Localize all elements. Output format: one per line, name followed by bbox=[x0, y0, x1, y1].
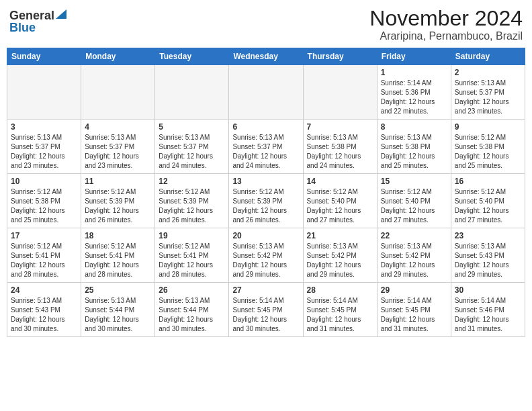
day-number: 30 bbox=[455, 285, 521, 295]
logo: General Blue bbox=[9, 7, 66, 34]
day-info: Sunrise: 5:13 AMSunset: 5:37 PMDaylight:… bbox=[455, 79, 521, 116]
weekday-header: Wednesday bbox=[229, 48, 303, 65]
day-info: Sunrise: 5:14 AMSunset: 5:45 PMDaylight:… bbox=[381, 296, 447, 334]
calendar-cell: 7Sunrise: 5:13 AMSunset: 5:38 PMDaylight… bbox=[303, 120, 377, 174]
day-number: 20 bbox=[232, 231, 299, 240]
day-info: Sunrise: 5:13 AMSunset: 5:37 PMDaylight:… bbox=[232, 133, 299, 171]
weekday-header: Monday bbox=[81, 48, 155, 65]
day-number: 11 bbox=[85, 177, 151, 186]
calendar-cell: 13Sunrise: 5:12 AMSunset: 5:39 PMDayligh… bbox=[229, 174, 303, 228]
calendar-cell: 11Sunrise: 5:12 AMSunset: 5:39 PMDayligh… bbox=[81, 174, 155, 228]
day-number: 5 bbox=[159, 122, 225, 132]
svg-marker-0 bbox=[56, 9, 66, 19]
day-info: Sunrise: 5:13 AMSunset: 5:44 PMDaylight:… bbox=[159, 296, 225, 334]
calendar-cell bbox=[229, 65, 303, 120]
day-info: Sunrise: 5:12 AMSunset: 5:38 PMDaylight:… bbox=[11, 187, 77, 225]
day-number: 24 bbox=[11, 285, 77, 295]
day-number: 29 bbox=[381, 285, 447, 295]
day-info: Sunrise: 5:13 AMSunset: 5:42 PMDaylight:… bbox=[307, 242, 373, 279]
day-info: Sunrise: 5:14 AMSunset: 5:46 PMDaylight:… bbox=[455, 296, 521, 334]
day-info: Sunrise: 5:14 AMSunset: 5:45 PMDaylight:… bbox=[307, 296, 373, 334]
day-info: Sunrise: 5:12 AMSunset: 5:41 PMDaylight:… bbox=[159, 242, 225, 279]
calendar-cell bbox=[303, 65, 377, 120]
day-info: Sunrise: 5:12 AMSunset: 5:40 PMDaylight:… bbox=[381, 187, 447, 225]
day-info: Sunrise: 5:13 AMSunset: 5:42 PMDaylight:… bbox=[232, 242, 299, 279]
day-number: 19 bbox=[159, 231, 225, 240]
weekday-header: Tuesday bbox=[155, 48, 229, 65]
calendar-cell: 26Sunrise: 5:13 AMSunset: 5:44 PMDayligh… bbox=[155, 283, 229, 337]
day-number: 10 bbox=[11, 177, 77, 186]
weekday-header: Sunday bbox=[7, 48, 81, 65]
calendar-cell: 25Sunrise: 5:13 AMSunset: 5:44 PMDayligh… bbox=[81, 283, 155, 337]
calendar-cell: 10Sunrise: 5:12 AMSunset: 5:38 PMDayligh… bbox=[7, 174, 81, 228]
day-info: Sunrise: 5:12 AMSunset: 5:38 PMDaylight:… bbox=[455, 133, 521, 171]
calendar-cell: 4Sunrise: 5:13 AMSunset: 5:37 PMDaylight… bbox=[81, 120, 155, 174]
logo-blue-text: Blue bbox=[9, 21, 36, 34]
day-info: Sunrise: 5:13 AMSunset: 5:44 PMDaylight:… bbox=[85, 296, 151, 334]
calendar-cell: 18Sunrise: 5:12 AMSunset: 5:41 PMDayligh… bbox=[81, 228, 155, 283]
calendar-cell: 5Sunrise: 5:13 AMSunset: 5:37 PMDaylight… bbox=[155, 120, 229, 174]
day-info: Sunrise: 5:13 AMSunset: 5:42 PMDaylight:… bbox=[381, 242, 447, 279]
day-number: 15 bbox=[381, 177, 447, 186]
calendar-cell: 29Sunrise: 5:14 AMSunset: 5:45 PMDayligh… bbox=[377, 283, 451, 337]
day-info: Sunrise: 5:12 AMSunset: 5:41 PMDaylight:… bbox=[11, 242, 77, 279]
day-number: 16 bbox=[455, 177, 521, 186]
calendar-cell: 24Sunrise: 5:13 AMSunset: 5:43 PMDayligh… bbox=[7, 283, 81, 337]
calendar-week-row: 17Sunrise: 5:12 AMSunset: 5:41 PMDayligh… bbox=[7, 228, 525, 283]
day-number: 13 bbox=[232, 177, 299, 186]
day-info: Sunrise: 5:12 AMSunset: 5:39 PMDaylight:… bbox=[85, 187, 151, 225]
day-number: 26 bbox=[159, 285, 225, 295]
day-info: Sunrise: 5:13 AMSunset: 5:43 PMDaylight:… bbox=[11, 296, 77, 334]
calendar-cell: 2Sunrise: 5:13 AMSunset: 5:37 PMDaylight… bbox=[451, 65, 525, 120]
day-number: 28 bbox=[307, 285, 373, 295]
day-info: Sunrise: 5:12 AMSunset: 5:41 PMDaylight:… bbox=[85, 242, 151, 279]
calendar-cell: 23Sunrise: 5:13 AMSunset: 5:43 PMDayligh… bbox=[451, 228, 525, 283]
calendar-cell bbox=[7, 65, 81, 120]
day-info: Sunrise: 5:14 AMSunset: 5:36 PMDaylight:… bbox=[381, 79, 447, 116]
day-number: 12 bbox=[159, 177, 225, 186]
day-info: Sunrise: 5:13 AMSunset: 5:37 PMDaylight:… bbox=[159, 133, 225, 171]
day-info: Sunrise: 5:12 AMSunset: 5:39 PMDaylight:… bbox=[159, 187, 225, 225]
day-info: Sunrise: 5:13 AMSunset: 5:43 PMDaylight:… bbox=[455, 242, 521, 279]
calendar-cell bbox=[81, 65, 155, 120]
weekday-header: Thursday bbox=[303, 48, 377, 65]
day-number: 21 bbox=[307, 231, 373, 240]
calendar-week-row: 1Sunrise: 5:14 AMSunset: 5:36 PMDaylight… bbox=[7, 65, 525, 120]
calendar-week-row: 3Sunrise: 5:13 AMSunset: 5:37 PMDaylight… bbox=[7, 120, 525, 174]
day-number: 9 bbox=[455, 122, 521, 132]
calendar-cell: 19Sunrise: 5:12 AMSunset: 5:41 PMDayligh… bbox=[155, 228, 229, 283]
calendar-cell: 9Sunrise: 5:12 AMSunset: 5:38 PMDaylight… bbox=[451, 120, 525, 174]
day-number: 1 bbox=[381, 68, 447, 77]
calendar-cell: 8Sunrise: 5:13 AMSunset: 5:38 PMDaylight… bbox=[377, 120, 451, 174]
calendar-cell: 3Sunrise: 5:13 AMSunset: 5:37 PMDaylight… bbox=[7, 120, 81, 174]
calendar-cell: 14Sunrise: 5:12 AMSunset: 5:40 PMDayligh… bbox=[303, 174, 377, 228]
weekday-header: Saturday bbox=[451, 48, 525, 65]
day-number: 14 bbox=[307, 177, 373, 186]
calendar-table: SundayMondayTuesdayWednesdayThursdayFrid… bbox=[7, 48, 525, 337]
calendar-cell bbox=[155, 65, 229, 120]
calendar-week-row: 24Sunrise: 5:13 AMSunset: 5:43 PMDayligh… bbox=[7, 283, 525, 337]
day-info: Sunrise: 5:13 AMSunset: 5:38 PMDaylight:… bbox=[307, 133, 373, 171]
calendar-cell: 30Sunrise: 5:14 AMSunset: 5:46 PMDayligh… bbox=[451, 283, 525, 337]
day-number: 8 bbox=[381, 122, 447, 132]
calendar-cell: 12Sunrise: 5:12 AMSunset: 5:39 PMDayligh… bbox=[155, 174, 229, 228]
day-number: 3 bbox=[11, 122, 77, 132]
day-info: Sunrise: 5:13 AMSunset: 5:38 PMDaylight:… bbox=[381, 133, 447, 171]
day-info: Sunrise: 5:12 AMSunset: 5:40 PMDaylight:… bbox=[455, 187, 521, 225]
day-info: Sunrise: 5:12 AMSunset: 5:40 PMDaylight:… bbox=[307, 187, 373, 225]
day-info: Sunrise: 5:13 AMSunset: 5:37 PMDaylight:… bbox=[85, 133, 151, 171]
day-number: 22 bbox=[381, 231, 447, 240]
calendar-cell: 27Sunrise: 5:14 AMSunset: 5:45 PMDayligh… bbox=[229, 283, 303, 337]
day-info: Sunrise: 5:12 AMSunset: 5:39 PMDaylight:… bbox=[232, 187, 299, 225]
calendar-cell: 1Sunrise: 5:14 AMSunset: 5:36 PMDaylight… bbox=[377, 65, 451, 120]
day-info: Sunrise: 5:14 AMSunset: 5:45 PMDaylight:… bbox=[232, 296, 299, 334]
day-number: 7 bbox=[307, 122, 373, 132]
day-number: 27 bbox=[232, 285, 299, 295]
logo-icon bbox=[56, 9, 66, 19]
weekday-header: Friday bbox=[377, 48, 451, 65]
calendar-cell: 15Sunrise: 5:12 AMSunset: 5:40 PMDayligh… bbox=[377, 174, 451, 228]
calendar-cell: 21Sunrise: 5:13 AMSunset: 5:42 PMDayligh… bbox=[303, 228, 377, 283]
day-number: 23 bbox=[455, 231, 521, 240]
day-info: Sunrise: 5:13 AMSunset: 5:37 PMDaylight:… bbox=[11, 133, 77, 171]
page-header: General Blue November 2024 Araripina, Pe… bbox=[7, 7, 525, 42]
